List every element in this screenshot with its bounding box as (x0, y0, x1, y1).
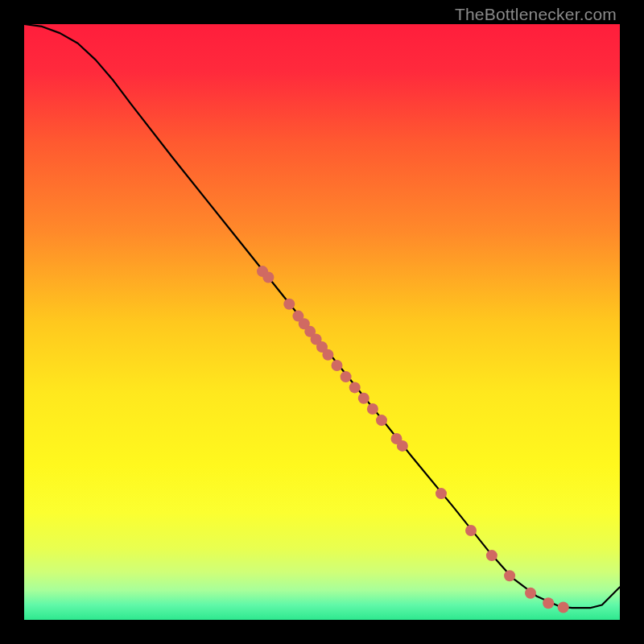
data-point (322, 349, 333, 361)
data-point (436, 488, 447, 499)
data-point (349, 382, 361, 393)
data-point (397, 440, 408, 452)
data-point (525, 588, 536, 599)
data-point (504, 570, 515, 581)
chart-frame: TheBottlenecker.com (0, 0, 644, 644)
data-point (367, 403, 378, 415)
data-point (283, 299, 295, 310)
data-point (262, 272, 274, 283)
data-point (465, 525, 477, 536)
plot-area (24, 24, 620, 620)
watermark-text: TheBottlenecker.com (455, 5, 617, 24)
data-point (486, 550, 497, 561)
scatter-points (24, 24, 620, 620)
data-point (332, 360, 343, 371)
data-point (358, 393, 369, 404)
data-point (558, 601, 569, 613)
data-point (341, 371, 352, 382)
data-point (543, 597, 554, 609)
data-point (376, 415, 387, 426)
